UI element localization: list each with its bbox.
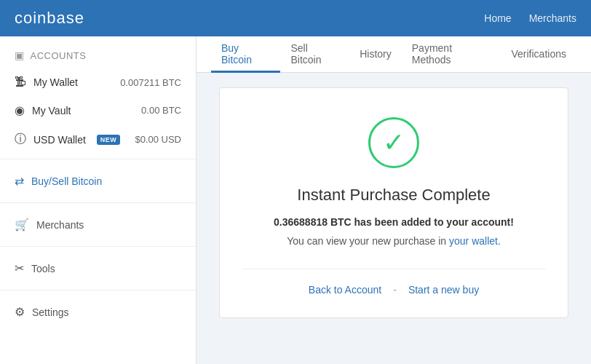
- success-amount: 0.36688818 BTC has been added to your ac…: [242, 216, 546, 228]
- success-message-before: You can view your new purchase in: [287, 235, 449, 247]
- sidebar-item-merchants[interactable]: 🛒 Merchants: [0, 207, 196, 242]
- usd-icon: ⓘ: [15, 132, 26, 147]
- checkmark-icon: ✓: [383, 130, 405, 156]
- start-new-buy-link[interactable]: Start a new buy: [408, 284, 479, 296]
- accounts-label: Accounts: [31, 50, 87, 61]
- tab-payment-methods[interactable]: Payment Methods: [402, 36, 501, 73]
- tab-sell-bitcoin[interactable]: Sell Bitcoin: [280, 36, 349, 73]
- vault-name: My Vault: [32, 105, 71, 116]
- sidebar-item-settings[interactable]: ⚙ Settings: [0, 295, 196, 329]
- accounts-section-header: ▣ Accounts: [0, 36, 196, 68]
- main-content: Buy Bitcoin Sell Bitcoin History Payment…: [197, 36, 591, 364]
- settings-label: Settings: [32, 306, 69, 318]
- nav-home[interactable]: Home: [484, 12, 511, 24]
- success-card: ✓ Instant Purchase Complete 0.36688818 B…: [219, 87, 568, 318]
- usd-wallet-name: USD Wallet: [33, 134, 86, 146]
- new-badge: NEW: [97, 135, 121, 145]
- sidebar-item-tools[interactable]: ✂ Tools: [0, 251, 196, 285]
- tab-history[interactable]: History: [349, 36, 402, 73]
- success-message-after: .: [498, 235, 501, 247]
- header: coinbase Home Merchants: [0, 0, 591, 36]
- sidebar: ▣ Accounts 🗜 My Wallet 0.007211 BTC ◉ My…: [0, 36, 197, 364]
- divider-1: [0, 159, 196, 159]
- success-icon-container: ✓: [368, 117, 419, 168]
- success-actions: Back to Account - Start a new buy: [242, 284, 546, 296]
- wallet-name: My Wallet: [33, 76, 78, 88]
- tab-verifications[interactable]: Verifications: [501, 36, 576, 73]
- divider-2: [0, 202, 196, 203]
- sidebar-item-usd-wallet[interactable]: ⓘ USD Wallet NEW $0.00 USD: [0, 124, 196, 154]
- buy-sell-label: Buy/Sell Bitcoin: [31, 175, 102, 187]
- tab-buy-bitcoin[interactable]: Buy Bitcoin: [211, 36, 280, 73]
- usd-wallet-balance: $0.00 USD: [135, 134, 181, 145]
- cart-icon: 🛒: [15, 218, 29, 232]
- nav-merchants[interactable]: Merchants: [529, 12, 576, 24]
- divider-3: [0, 246, 196, 247]
- tools-icon: ✂: [15, 261, 24, 275]
- success-title: Instant Purchase Complete: [242, 186, 546, 205]
- success-message: You can view your new purchase in your w…: [242, 235, 546, 247]
- folder-icon: ▣: [15, 50, 25, 61]
- logo: coinbase: [15, 9, 84, 28]
- sidebar-item-my-wallet[interactable]: 🗜 My Wallet 0.007211 BTC: [0, 68, 196, 96]
- tools-label: Tools: [31, 263, 55, 274]
- divider-4: [0, 290, 196, 290]
- header-nav: Home Merchants: [484, 12, 576, 24]
- success-divider: [242, 269, 546, 269]
- actions-separator: -: [393, 284, 397, 296]
- tabs-bar: Buy Bitcoin Sell Bitcoin History Payment…: [197, 36, 591, 73]
- gear-icon: ⚙: [15, 305, 25, 319]
- exchange-icon: ⇄: [15, 174, 24, 188]
- vault-balance: 0.00 BTC: [141, 105, 181, 116]
- layout: ▣ Accounts 🗜 My Wallet 0.007211 BTC ◉ My…: [0, 36, 591, 364]
- vault-icon: ◉: [15, 103, 25, 117]
- back-to-account-link[interactable]: Back to Account: [309, 284, 381, 296]
- wallet-icon: 🗜: [15, 76, 26, 89]
- sidebar-item-buy-sell[interactable]: ⇄ Buy/Sell Bitcoin: [0, 164, 196, 198]
- tab-content: ✓ Instant Purchase Complete 0.36688818 B…: [197, 73, 591, 333]
- wallet-balance: 0.007211 BTC: [120, 77, 181, 88]
- wallet-link[interactable]: your wallet: [449, 235, 498, 247]
- merchants-label: Merchants: [36, 219, 84, 231]
- sidebar-item-my-vault[interactable]: ◉ My Vault 0.00 BTC: [0, 96, 196, 124]
